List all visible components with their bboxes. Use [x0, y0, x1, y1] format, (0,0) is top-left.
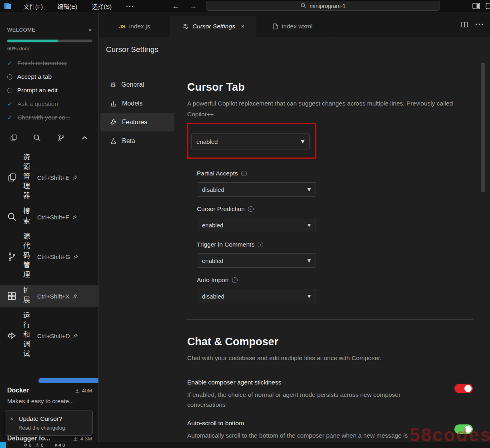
scrollbar[interactable] [481, 63, 485, 192]
pin-icon [72, 215, 77, 220]
git-branch-icon[interactable] [57, 134, 65, 142]
dropdown-arrow-icon: ▼ [308, 258, 311, 263]
toggle-knob [464, 426, 472, 433]
tab-index-wxml[interactable]: index.wxml [256, 16, 329, 37]
progress-label: 60% done [7, 46, 92, 52]
beaker-icon [110, 137, 117, 144]
explorer-icon [6, 173, 18, 182]
command-search-input[interactable]: miniprogram-1 [206, 1, 440, 11]
titlebar-actions [472, 3, 488, 9]
tab-index-js[interactable]: JS index.js [99, 16, 171, 37]
section-description: A powerful Copilot replacement that can … [187, 98, 474, 119]
sidebar-item-search[interactable]: 搜索 Ctrl+Shift+F [0, 206, 98, 228]
settings-nav-beta[interactable]: Beta [100, 131, 174, 150]
onboarding-progress-bar [7, 40, 92, 42]
checklist-item[interactable]: Accept a tab [7, 70, 92, 84]
sidebar-item-run-debug[interactable]: 运行和调试 Ctrl+Shift+D [0, 307, 98, 364]
toggle-panel-icon[interactable] [472, 3, 480, 9]
info-icon[interactable]: i [248, 206, 254, 212]
info-icon[interactable]: i [232, 277, 238, 283]
setting-toggle-row: Enable composer agent stickiness If enab… [187, 379, 473, 410]
layout-icon[interactable] [486, 3, 490, 9]
toggle-label: Auto-scroll to bottom [187, 420, 437, 427]
setting-group: Partial Accepts i disabled ▼ [197, 170, 490, 197]
extension-list-item[interactable]: Debugger fo... 4.3M [7, 435, 92, 442]
menu-selection[interactable]: 选择(S) [92, 2, 112, 10]
menu-more-icon[interactable]: ··· [126, 3, 134, 10]
composer-stickiness-toggle[interactable] [454, 384, 473, 393]
cursor-tab-enabled-dropdown[interactable]: enabled ▼ [191, 133, 310, 149]
tools-icon [110, 119, 117, 125]
split-editor-icon[interactable] [461, 22, 468, 28]
progress-fill [7, 40, 58, 42]
back-arrow-icon[interactable]: ← [172, 2, 179, 10]
setting-toggle-row: Auto-scroll to bottom Automatically scro… [187, 420, 473, 442]
toggle-label: Enable composer agent stickiness [187, 379, 437, 386]
tab-bar-actions: ··· [461, 12, 484, 37]
circle-icon [7, 74, 12, 80]
notification-title: Update Cursor? [18, 415, 66, 422]
settings-content: Cursor Tab A powerful Copilot replacemen… [176, 62, 490, 442]
extension-name: Docker [7, 387, 29, 394]
extension-description: Makes it easy to create... [7, 398, 92, 404]
forward-arrow-icon[interactable]: → [190, 2, 197, 10]
menu-edit[interactable]: 编辑(E) [57, 2, 77, 10]
page-title: Cursor Settings [106, 45, 158, 54]
activity-menu: 资源管理器 Ctrl+Shift+E 搜索 Ctrl+Shift+F [0, 149, 98, 364]
checklist-item[interactable]: Prompt an edit [7, 84, 92, 97]
search-icon [6, 212, 18, 222]
check-icon: ✓ [7, 100, 12, 108]
info-icon[interactable]: i [241, 171, 247, 176]
tab-cursor-settings[interactable]: Cursor Settings × [171, 16, 256, 37]
pin-icon [72, 175, 78, 180]
checklist-item[interactable]: ✓ Finish onboarding [7, 56, 92, 70]
dropdown-arrow-icon: ▼ [308, 223, 311, 228]
welcome-close-icon[interactable]: × [88, 26, 92, 33]
settings-nav-features[interactable]: Features [100, 113, 174, 131]
dropdown-arrow-icon: ▼ [308, 294, 311, 299]
debug-icon [6, 331, 18, 340]
ports-indicator[interactable]: 0 [55, 443, 65, 448]
breadcrumb: Cursor Settings [99, 37, 490, 62]
pin-icon [73, 254, 78, 259]
settings-nav-general[interactable]: ⚙ General [100, 75, 174, 94]
settings-nav-models[interactable]: Models [100, 94, 174, 113]
cursor-prediction-dropdown[interactable]: enabled ▼ [197, 218, 316, 232]
checklist-item[interactable]: ✓ Chat with your co... [7, 111, 92, 124]
extension-list-item[interactable]: Docker 40M Makes it easy to create... [0, 384, 98, 404]
auto-import-dropdown[interactable]: disabled ▼ [197, 289, 316, 303]
gear-icon: ⚙ [110, 81, 116, 89]
shortcut-label: Ctrl+Shift+D [37, 333, 78, 339]
dropdown-arrow-icon: ▼ [308, 187, 311, 192]
circle-icon [7, 88, 12, 93]
remote-indicator[interactable] [0, 442, 6, 448]
toggle-description: If enabled, the choice of normal or agen… [187, 390, 432, 410]
info-icon[interactable]: i [258, 242, 263, 247]
search-icon[interactable] [33, 134, 41, 142]
bar-chart-icon [110, 100, 117, 107]
errors-indicator[interactable]: ⊘ 0 [24, 442, 31, 448]
download-count: 4.3M [73, 436, 92, 442]
source-control-icon [6, 252, 18, 261]
pin-icon [73, 333, 78, 338]
sidebar-item-extensions[interactable]: 扩展 Ctrl+Shift+X [0, 285, 98, 307]
notification-changelog-link[interactable]: Read the changelog. [18, 425, 66, 431]
shortcut-label: Ctrl+Shift+X [37, 293, 78, 300]
sidebar-item-explorer[interactable]: 资源管理器 Ctrl+Shift+E [0, 149, 98, 206]
warnings-indicator[interactable]: ⚠ 0 [35, 442, 43, 448]
check-icon: ✓ [7, 60, 12, 67]
menu-file[interactable]: 文件(F) [23, 2, 43, 10]
copy-pages-icon[interactable] [10, 134, 18, 142]
partial-accepts-dropdown[interactable]: disabled ▼ [197, 182, 316, 197]
chevron-up-icon[interactable] [81, 134, 89, 142]
more-actions-icon[interactable]: ··· [475, 20, 484, 28]
sidebar-item-source-control[interactable]: 源代码管理 Ctrl+Shift+G [0, 228, 98, 285]
notification-close-icon[interactable]: × [10, 416, 13, 422]
search-icon [300, 3, 306, 9]
cursor-tab-sub-settings: Partial Accepts i disabled ▼ Cursor Pred… [197, 170, 490, 303]
trigger-in-comments-dropdown[interactable]: enabled ▼ [197, 253, 316, 268]
setting-group: Trigger in Comments i enabled ▼ [197, 241, 490, 268]
auto-scroll-toggle[interactable] [454, 424, 473, 434]
checklist-item[interactable]: ✓ Ask a question [7, 97, 92, 111]
tab-close-icon[interactable]: × [241, 23, 244, 30]
